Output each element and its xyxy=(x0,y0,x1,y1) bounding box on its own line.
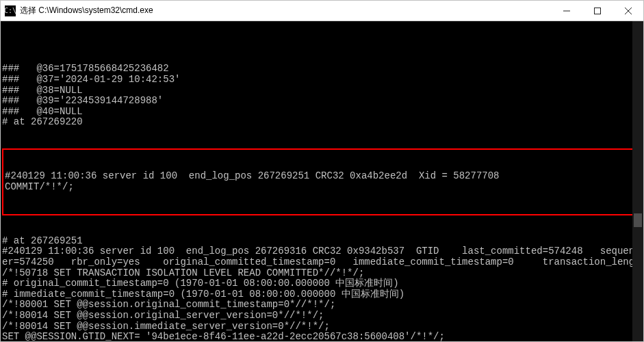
terminal-line: # at 267269220 xyxy=(2,117,642,128)
close-icon xyxy=(625,8,632,14)
window-title: 选择 C:\Windows\system32\cmd.exe xyxy=(20,5,551,16)
minimize-icon xyxy=(563,8,570,14)
window-controls xyxy=(551,1,643,21)
cmd-icon: C:\ xyxy=(5,5,16,16)
close-button[interactable] xyxy=(613,1,643,21)
terminal-line: ### @38=NULL xyxy=(2,86,642,96)
maximize-button[interactable] xyxy=(582,1,613,21)
terminal-line: ### @39='2234539144728988' xyxy=(2,96,642,107)
titlebar[interactable]: C:\ 选择 C:\Windows\system32\cmd.exe xyxy=(1,1,643,21)
terminal-line: # immediate_commit_timestamp=0 (1970-01-… xyxy=(2,289,642,300)
terminal-line: ### @40=NULL xyxy=(2,107,642,118)
terminal-line: #240129 11:00:36 server id 100 end_log_p… xyxy=(2,246,642,257)
terminal-line: er=574250 rbr_only=yes original_committe… xyxy=(2,257,642,268)
minimize-button[interactable] xyxy=(551,1,582,21)
terminal-line: ### @37='2024-01-29 10:42:53' xyxy=(2,75,642,86)
cmd-window: C:\ 选择 C:\Windows\system32\cmd.exe ### @… xyxy=(0,0,644,342)
terminal-line: # original_commit_timestamp=0 (1970-01-0… xyxy=(2,278,642,289)
terminal-line: /*!80014 SET @@session.immediate_server_… xyxy=(2,321,642,332)
terminal-line: # at 267269251 xyxy=(2,236,642,247)
scrollbar-thumb[interactable] xyxy=(634,213,642,227)
maximize-icon xyxy=(594,8,601,14)
vertical-scrollbar[interactable] xyxy=(632,21,643,341)
terminal-line: SET @@SESSION.GTID_NEXT= '94be1ece-8f46-… xyxy=(2,332,642,341)
terminal-line: ### @36=1751785668425236482 xyxy=(2,64,642,75)
terminal-line-highlighted: #240129 11:00:36 server id 100 end_log_p… xyxy=(5,171,639,182)
terminal-line-highlighted: COMMIT/*!*/; xyxy=(5,182,639,193)
terminal-line: /*!80014 SET @@session.original_server_v… xyxy=(2,311,642,321)
terminal-line: /*!80001 SET @@session.original_commit_t… xyxy=(2,300,642,311)
terminal-area[interactable]: ### @36=1751785668425236482### @37='2024… xyxy=(1,21,643,341)
svg-rect-1 xyxy=(594,8,600,14)
highlight-box: #240129 11:00:36 server id 100 end_log_p… xyxy=(2,148,642,215)
terminal-line: /*!50718 SET TRANSACTION ISOLATION LEVEL… xyxy=(2,268,642,279)
terminal-content: ### @36=1751785668425236482### @37='2024… xyxy=(1,42,643,341)
